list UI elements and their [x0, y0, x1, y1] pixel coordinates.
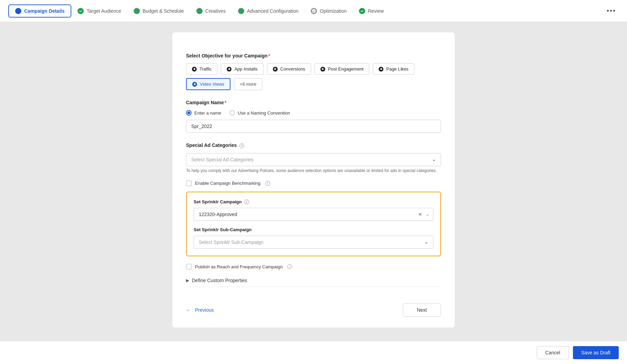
- nav-step-target-audience[interactable]: Target Audience: [71, 5, 127, 17]
- campaign-details-icon: [15, 8, 21, 14]
- svg-point-3: [134, 9, 139, 13]
- creatives-icon: [196, 8, 203, 14]
- radio-naming-convention[interactable]: Use a Naming Convention: [229, 110, 290, 116]
- svg-point-6: [312, 9, 316, 13]
- form-card: Select Objective for your Campaign* Traf…: [172, 32, 455, 328]
- nav-step-creatives[interactable]: Creatives: [190, 5, 232, 17]
- benchmarking-row: Enable Campaign Benchmarking i: [186, 181, 441, 186]
- conversions-dot: [273, 67, 278, 72]
- benchmarking-checkbox[interactable]: [186, 181, 192, 186]
- save-draft-button[interactable]: Save as Draft: [573, 346, 619, 359]
- objective-page-likes[interactable]: Page Likes: [373, 63, 414, 75]
- sprinklr-sub-label: Set Sprinklr Sub-Campaign: [194, 227, 433, 232]
- svg-point-5: [239, 9, 244, 13]
- campaign-name-section: Campaign Name* Enter a name Use a Naming…: [186, 100, 441, 133]
- objective-conversions[interactable]: Conversions: [267, 63, 311, 75]
- nav-step-budget-schedule[interactable]: Budget & Schedule: [127, 5, 190, 17]
- optimization-label: Optimization: [320, 8, 347, 14]
- radio-enter-name[interactable]: Enter a name: [186, 110, 221, 116]
- radio-enter-name-circle: [186, 110, 192, 116]
- required-marker: *: [268, 53, 270, 58]
- define-custom-properties[interactable]: ▶ Define Custom Properties: [186, 278, 441, 287]
- reach-frequency-label: Publish as Reach and Frequency Campaign: [195, 264, 282, 269]
- sprinklr-section: Set Sprinklr Campaign i ✕ ⌄ Set Sprinklr…: [186, 192, 441, 257]
- prev-arrow-icon: ←: [186, 307, 191, 313]
- objective-buttons-row1: Traffic App Installs Conversions Post En…: [186, 63, 441, 75]
- previous-label: Previous: [195, 307, 214, 313]
- sprinklr-campaign-info-icon[interactable]: i: [244, 200, 249, 204]
- campaign-name-radio-group: Enter a name Use a Naming Convention: [186, 110, 441, 116]
- footer-bar: Cancel Save as Draft: [0, 341, 627, 364]
- bottom-navigation: ← Previous Next: [186, 298, 441, 317]
- nav-step-advanced-config[interactable]: Advanced Configuration: [232, 5, 305, 17]
- advanced-config-icon: [238, 8, 244, 14]
- more-options-button[interactable]: •••: [604, 4, 619, 18]
- target-audience-label: Target Audience: [86, 8, 121, 14]
- nav-step-campaign-details[interactable]: Campaign Details: [8, 4, 71, 18]
- reach-frequency-row: Publish as Reach and Frequency Campaign …: [186, 264, 441, 269]
- cancel-button[interactable]: Cancel: [537, 346, 569, 359]
- advanced-config-label: Advanced Configuration: [247, 8, 298, 14]
- review-icon: [359, 8, 365, 14]
- top-navigation: Campaign Details Target Audience Budget …: [0, 0, 627, 22]
- objective-buttons-row2: Video Views +6 more: [186, 78, 441, 90]
- objective-app-installs[interactable]: App Installs: [221, 63, 263, 75]
- campaign-name-input[interactable]: [186, 120, 441, 133]
- sprinklr-sub-section: Set Sprinklr Sub-Campaign Select Sprinkl…: [194, 227, 433, 249]
- main-content: Select Objective for your Campaign* Traf…: [0, 22, 627, 362]
- svg-point-7: [360, 9, 364, 13]
- review-label: Review: [368, 8, 384, 14]
- sprinklr-sub-select-wrapper: Select Sprinklr Sub-Campaign: [194, 236, 433, 249]
- special-ad-section: Special Ad Categories i Select Special A…: [186, 142, 441, 173]
- sprinklr-campaign-clear-button[interactable]: ✕: [418, 212, 422, 217]
- svg-point-2: [78, 9, 83, 13]
- special-ad-select[interactable]: Select Special Ad Categories: [186, 153, 441, 166]
- optimization-icon: [311, 8, 317, 14]
- post-engagement-dot: [320, 67, 325, 72]
- chevron-right-icon: ▶: [186, 278, 189, 283]
- sprinklr-campaign-label-wrapper: Set Sprinklr Campaign i: [194, 199, 433, 205]
- objective-section: Select Objective for your Campaign* Traf…: [186, 53, 441, 90]
- custom-properties-label: Define Custom Properties: [192, 278, 247, 283]
- benchmarking-info-icon[interactable]: i: [265, 181, 270, 186]
- reach-frequency-info-icon[interactable]: i: [287, 264, 292, 269]
- more-objectives-button[interactable]: +6 more: [234, 78, 262, 90]
- svg-point-1: [17, 10, 19, 12]
- campaign-name-label: Campaign Name*: [186, 100, 441, 105]
- budget-schedule-icon: [134, 8, 140, 14]
- special-ad-label: Special Ad Categories i: [186, 142, 441, 148]
- app-installs-dot: [227, 67, 232, 72]
- nav-steps: Campaign Details Target Audience Budget …: [8, 4, 390, 18]
- previous-button[interactable]: ← Previous: [186, 307, 214, 313]
- sprinklr-sub-select[interactable]: Select Sprinklr Sub-Campaign: [194, 236, 433, 249]
- page-likes-dot: [379, 67, 383, 72]
- reach-frequency-checkbox[interactable]: [186, 264, 192, 269]
- sprinklr-campaign-input-wrapper: ✕ ⌄: [194, 208, 433, 221]
- objective-label: Select Objective for your Campaign*: [186, 53, 441, 58]
- sprinklr-campaign-dropdown-arrow[interactable]: ⌄: [426, 212, 429, 217]
- svg-point-4: [197, 9, 202, 13]
- sprinklr-campaign-input[interactable]: [194, 208, 433, 221]
- target-audience-icon: [78, 8, 84, 14]
- nav-step-optimization[interactable]: Optimization: [305, 5, 353, 17]
- objective-traffic[interactable]: Traffic: [186, 63, 217, 75]
- next-button[interactable]: Next: [403, 303, 441, 317]
- video-views-dot: [192, 82, 197, 87]
- nav-step-review[interactable]: Review: [353, 5, 390, 17]
- radio-convention-circle: [229, 110, 235, 116]
- budget-schedule-label: Budget & Schedule: [143, 8, 184, 14]
- traffic-dot: [192, 67, 197, 72]
- special-ad-info-icon[interactable]: i: [239, 143, 244, 148]
- special-ad-select-wrapper: Select Special Ad Categories: [186, 153, 441, 166]
- benchmarking-label: Enable Campaign Benchmarking: [195, 181, 260, 186]
- objective-video-views[interactable]: Video Views: [186, 78, 230, 90]
- campaign-details-label: Campaign Details: [24, 8, 64, 14]
- special-ad-help-text: To help you comply with our Advertising …: [186, 168, 441, 173]
- objective-post-engagement[interactable]: Post Engagement: [315, 63, 369, 75]
- campaign-name-required: *: [225, 100, 226, 105]
- creatives-label: Creatives: [205, 8, 226, 14]
